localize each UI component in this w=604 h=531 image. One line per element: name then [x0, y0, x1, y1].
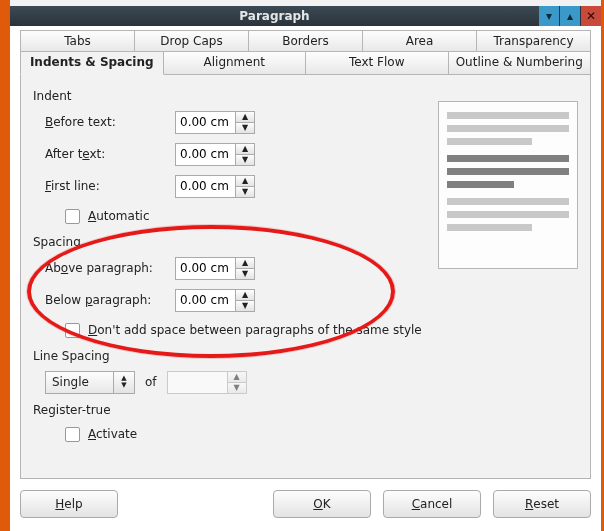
register-true-section-label: Register-true — [33, 403, 578, 417]
spin-up-icon: ▲ — [227, 371, 247, 382]
ok-button[interactable]: OK — [273, 490, 371, 518]
paragraph-dialog: Paragraph ▾ ▴ ✕ Tabs Drop Caps Borders A… — [0, 0, 604, 531]
tab-indents-spacing[interactable]: Indents & Spacing — [20, 52, 164, 75]
spin-up-icon[interactable]: ▲ — [235, 257, 255, 268]
no-space-same-style-label: Don't add space between paragraphs of th… — [88, 323, 422, 337]
tab-drop-caps[interactable]: Drop Caps — [135, 30, 249, 52]
after-text-input[interactable] — [175, 143, 235, 166]
line-spacing-of-input — [167, 371, 227, 394]
preview-line — [447, 125, 569, 132]
tab-area[interactable]: Area — [363, 30, 477, 52]
tab-row-upper: Tabs Drop Caps Borders Area Transparency — [20, 30, 591, 52]
reset-button[interactable]: Reset — [493, 490, 591, 518]
dialog-footer: Help OK Cancel Reset — [20, 487, 591, 521]
first-line-input[interactable] — [175, 175, 235, 198]
maximize-button[interactable]: ▴ — [559, 6, 580, 26]
preview-line — [447, 138, 532, 145]
activate-row: Activate — [33, 423, 578, 445]
above-paragraph-label: Above paragraph: — [33, 261, 175, 275]
first-line-label: First line: — [33, 179, 175, 193]
line-spacing-section-label: Line Spacing — [33, 349, 578, 363]
tab-outline-numbering[interactable]: Outline & Numbering — [449, 52, 592, 75]
automatic-checkbox[interactable] — [65, 209, 80, 224]
below-paragraph-label: Below paragraph: — [33, 293, 175, 307]
no-space-same-style-row: Don't add space between paragraphs of th… — [33, 319, 578, 341]
tab-alignment[interactable]: Alignment — [164, 52, 307, 75]
combo-buttons[interactable]: ▲▼ — [113, 371, 135, 394]
window-left-accent — [0, 0, 10, 531]
window-title: Paragraph — [10, 9, 539, 23]
spin-up-icon[interactable]: ▲ — [235, 111, 255, 122]
before-text-input[interactable] — [175, 111, 235, 134]
tab-text-flow[interactable]: Text Flow — [306, 52, 449, 75]
spin-down-icon[interactable]: ▼ — [235, 300, 255, 312]
activate-checkbox[interactable] — [65, 427, 80, 442]
preview-line — [447, 181, 514, 188]
above-paragraph-input[interactable] — [175, 257, 235, 280]
below-paragraph-row: Below paragraph: ▲▼ — [33, 287, 578, 313]
below-paragraph-spinner[interactable]: ▲▼ — [175, 289, 257, 312]
preview-line — [447, 198, 569, 205]
tab-tabs[interactable]: Tabs — [20, 30, 135, 52]
spin-down-icon[interactable]: ▼ — [235, 122, 255, 134]
of-label: of — [145, 375, 157, 389]
tab-row-lower: Indents & Spacing Alignment Text Flow Ou… — [20, 52, 591, 75]
cancel-button[interactable]: Cancel — [383, 490, 481, 518]
preview-line — [447, 168, 569, 175]
preview-line — [447, 211, 569, 218]
title-bar: Paragraph ▾ ▴ ✕ — [10, 6, 601, 26]
spin-down-icon[interactable]: ▼ — [235, 186, 255, 198]
line-spacing-row: Single ▲▼ of ▲▼ — [33, 369, 578, 395]
automatic-label: Automatic — [88, 209, 150, 223]
no-space-same-style-checkbox[interactable] — [65, 323, 80, 338]
tab-transparency[interactable]: Transparency — [477, 30, 591, 52]
below-paragraph-input[interactable] — [175, 289, 235, 312]
spin-up-icon[interactable]: ▲ — [235, 175, 255, 186]
activate-label: Activate — [88, 427, 137, 441]
spin-down-icon: ▼ — [227, 382, 247, 394]
tab-borders[interactable]: Borders — [249, 30, 363, 52]
help-button[interactable]: Help — [20, 490, 118, 518]
preview-line — [447, 155, 569, 162]
indents-spacing-panel: Indent Before text: ▲▼ After text: ▲▼ Fi… — [20, 74, 591, 479]
before-text-spinner[interactable]: ▲▼ — [175, 111, 257, 134]
minimize-button[interactable]: ▾ — [539, 6, 559, 26]
spin-up-icon[interactable]: ▲ — [235, 143, 255, 154]
spin-down-icon[interactable]: ▼ — [235, 154, 255, 166]
first-line-spinner[interactable]: ▲▼ — [175, 175, 257, 198]
line-spacing-value: Single — [45, 371, 113, 394]
after-text-label: After text: — [33, 147, 175, 161]
close-button[interactable]: ✕ — [580, 6, 601, 26]
above-paragraph-spinner[interactable]: ▲▼ — [175, 257, 257, 280]
line-spacing-combo[interactable]: Single ▲▼ — [45, 371, 135, 394]
line-spacing-of-spinner: ▲▼ — [167, 371, 249, 394]
before-text-label: Before text: — [33, 115, 175, 129]
preview-line — [447, 112, 569, 119]
preview-line — [447, 224, 532, 231]
spin-up-icon[interactable]: ▲ — [235, 289, 255, 300]
after-text-spinner[interactable]: ▲▼ — [175, 143, 257, 166]
paragraph-preview — [438, 101, 578, 269]
spin-down-icon[interactable]: ▼ — [235, 268, 255, 280]
